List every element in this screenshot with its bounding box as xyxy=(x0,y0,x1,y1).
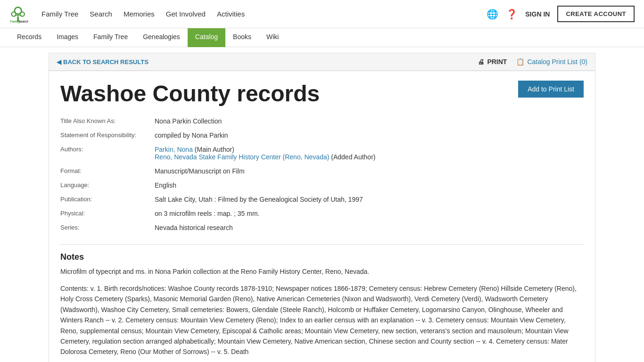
field-label: Publication: xyxy=(60,192,155,206)
table-row: Statement of Responsibility: compiled by… xyxy=(60,128,584,142)
field-value: Salt Lake City, Utah : Filmed by the Gen… xyxy=(155,192,584,206)
record-detail: Washoe County records Add to Print List … xyxy=(49,71,595,362)
nav-records[interactable]: Records xyxy=(9,28,49,47)
nav-books[interactable]: Books xyxy=(225,28,259,47)
notes-intro: Microfilm of typecript and ms. in Nona P… xyxy=(60,267,584,277)
table-row: Format: Manuscript/Manuscript on Film xyxy=(60,164,584,178)
nav-links: Family Tree Search Memories Get Involved… xyxy=(41,10,487,18)
notes-section: Notes Microfilm of typecript and ms. in … xyxy=(60,245,584,362)
table-row: Title Also Known As: Nona Parkin Collect… xyxy=(60,114,584,128)
back-link-label: BACK TO SEARCH RESULTS xyxy=(63,58,149,66)
print-link[interactable]: 🖨 PRINT xyxy=(478,58,507,66)
add-to-print-button[interactable]: Add to Print List xyxy=(518,81,584,98)
author-role-secondary: (Added Author) xyxy=(329,153,375,161)
catalog-print-list-link[interactable]: 📋 Catalog Print List (0) xyxy=(516,58,587,66)
field-value: Manuscript/Manuscript on Film xyxy=(155,164,584,178)
record-details-table: Title Also Known As: Nona Parkin Collect… xyxy=(60,114,584,235)
field-label: Series: xyxy=(60,221,155,235)
field-label: Statement of Responsibility: xyxy=(60,128,155,142)
globe-icon[interactable]: 🌐 xyxy=(487,8,498,20)
nav-right: 🌐 ❓ SIGN IN CREATE ACCOUNT xyxy=(487,6,635,22)
help-icon[interactable]: ❓ xyxy=(506,8,518,20)
familysearch-logo[interactable]: Family Search xyxy=(9,5,28,24)
field-label: Language: xyxy=(60,178,155,192)
field-value: on 3 microfilm reels : map. ; 35 mm. xyxy=(155,206,584,221)
table-row: Physical: on 3 microfilm reels : map. ; … xyxy=(60,206,584,221)
field-value: compiled by Nona Parkin xyxy=(155,128,584,142)
nav-family-tree-sec[interactable]: Family Tree xyxy=(86,28,135,47)
sign-in-link[interactable]: SIGN IN xyxy=(525,10,550,18)
author-link-primary[interactable]: Parkin, Nona xyxy=(155,146,193,153)
record-title-text: Washoe County records xyxy=(60,81,320,107)
notes-title: Notes xyxy=(60,252,584,262)
back-bar: ◀ BACK TO SEARCH RESULTS 🖨 PRINT 📋 Catal… xyxy=(49,53,595,71)
nav-images[interactable]: Images xyxy=(49,28,86,47)
field-value: English xyxy=(155,178,584,192)
table-row: Publication: Salt Lake City, Utah : Film… xyxy=(60,192,584,206)
logo-area[interactable]: Family Search xyxy=(9,5,32,24)
nav-catalog[interactable]: Catalog xyxy=(188,28,225,47)
secondary-navigation: Records Images Family Tree Genealogies C… xyxy=(0,28,644,47)
table-row: Authors: Parkin, Nona (Main Author) Reno… xyxy=(60,142,584,164)
content-area: ◀ BACK TO SEARCH RESULTS 🖨 PRINT 📋 Catal… xyxy=(44,53,600,362)
table-row: Series: Nevada historical research xyxy=(60,221,584,235)
record-title-row: Washoe County records Add to Print List xyxy=(60,81,584,107)
field-label: Physical: xyxy=(60,206,155,221)
back-right-actions: 🖨 PRINT 📋 Catalog Print List (0) xyxy=(478,58,587,66)
catalog-print-label: Catalog Print List (0) xyxy=(527,58,587,66)
create-account-button[interactable]: CREATE ACCOUNT xyxy=(557,6,635,22)
nav-memories[interactable]: Memories xyxy=(124,10,155,18)
notes-contents: Contents: v. 1. Birth records/notices: W… xyxy=(60,283,584,357)
nav-family-tree[interactable]: Family Tree xyxy=(41,10,78,18)
authors-cell: Parkin, Nona (Main Author) Reno, Nevada … xyxy=(155,142,584,164)
table-row: Language: English xyxy=(60,178,584,192)
field-label: Format: xyxy=(60,164,155,178)
author-link-secondary[interactable]: Reno, Nevada Stake Family History Center… xyxy=(155,153,329,161)
field-value: Nevada historical research xyxy=(155,221,584,235)
field-value: Nona Parkin Collection xyxy=(155,114,584,128)
back-to-search-link[interactable]: ◀ BACK TO SEARCH RESULTS xyxy=(57,58,149,66)
nav-activities[interactable]: Activities xyxy=(217,10,245,18)
chevron-left-icon: ◀ xyxy=(57,58,61,66)
printer-icon: 🖨 xyxy=(478,58,484,66)
author-role-primary: (Main Author) xyxy=(193,146,234,153)
nav-search[interactable]: Search xyxy=(90,10,112,18)
nav-wiki[interactable]: Wiki xyxy=(259,28,286,47)
nav-genealogies[interactable]: Genealogies xyxy=(135,28,188,47)
top-navigation: Family Search Family Tree Search Memorie… xyxy=(0,0,644,28)
field-label: Title Also Known As: xyxy=(60,114,155,128)
field-label: Authors: xyxy=(60,142,155,164)
print-label: PRINT xyxy=(487,58,507,66)
list-icon: 📋 xyxy=(516,58,524,66)
svg-text:Search: Search xyxy=(19,20,28,23)
nav-get-involved[interactable]: Get Involved xyxy=(166,10,206,18)
